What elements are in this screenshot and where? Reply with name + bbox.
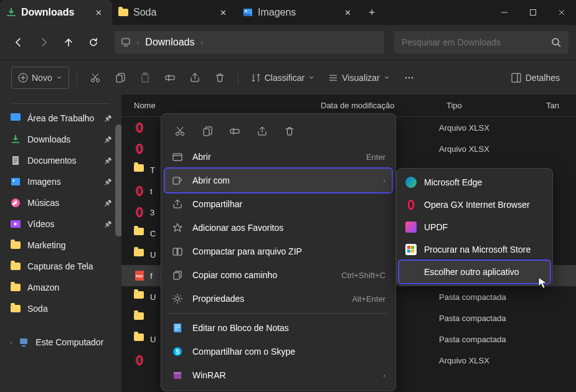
menu-item-share[interactable]: Compartilhar <box>165 192 392 216</box>
search-box[interactable] <box>394 31 569 54</box>
svg-point-35 <box>176 133 179 136</box>
close-icon[interactable]: ✕ <box>216 7 230 19</box>
breadcrumb[interactable]: › Downloads › <box>115 31 384 54</box>
open-icon <box>171 151 184 163</box>
sidebar-item-videos[interactable]: Vídeos <box>2 213 119 235</box>
svg-rect-39 <box>173 154 182 161</box>
up-button[interactable] <box>57 31 80 54</box>
screenshots-icon <box>10 261 21 272</box>
sort-button[interactable]: Classificar <box>246 67 320 89</box>
submenu-item-updf[interactable]: UPDF <box>399 216 550 238</box>
delete-button[interactable] <box>277 120 302 142</box>
refresh-button[interactable] <box>82 31 105 54</box>
svg-point-6 <box>91 78 94 82</box>
submenu-item-label: UPDF <box>424 222 448 232</box>
breadcrumb-item[interactable]: Downloads <box>145 37 194 48</box>
menu-item-notepad[interactable]: Editar no Bloco de Notas <box>165 316 392 340</box>
window-controls <box>490 0 576 25</box>
search-input[interactable] <box>402 37 551 47</box>
sidebar-item-label: Imagens <box>27 177 61 187</box>
pc-icon <box>18 337 29 348</box>
column-name[interactable]: Nome <box>121 101 321 110</box>
sidebar-item-label: Músicas <box>27 198 59 208</box>
svg-rect-38 <box>230 129 239 133</box>
more-button[interactable] <box>399 67 420 89</box>
tab-downloads[interactable]: Downloads ✕ <box>0 0 112 25</box>
svg-point-7 <box>96 78 99 82</box>
submenu-item-label: Opera GX Internet Browser <box>424 200 530 210</box>
details-button[interactable]: Detalhes <box>506 67 565 89</box>
sidebar-item-documents[interactable]: Documentos <box>2 150 119 171</box>
copy-button[interactable] <box>110 67 131 89</box>
shortcut-label: Enter <box>366 152 385 162</box>
copy-button[interactable] <box>195 120 220 142</box>
new-tab-button[interactable]: + <box>361 6 383 19</box>
svg-point-14 <box>412 77 413 78</box>
sidebar-item-desktop[interactable]: Área de Trabalho <box>2 108 119 129</box>
back-button[interactable] <box>7 31 30 54</box>
svg-point-33 <box>135 355 144 365</box>
menu-item-open[interactable]: AbrirEnter <box>165 145 392 169</box>
sidebar-item-screenshots[interactable]: Capturas de Tela <box>2 256 119 277</box>
submenu-item-store[interactable]: Procurar na Microsoft Store <box>399 238 550 261</box>
minimize-button[interactable] <box>490 0 519 25</box>
sidebar-item-computer[interactable]: › Este Computador <box>2 332 119 353</box>
paste-button[interactable] <box>135 67 156 89</box>
new-button[interactable]: Novo <box>11 67 69 89</box>
svg-point-43 <box>176 297 179 301</box>
chevron-right-icon: › <box>137 39 139 46</box>
tab-soda[interactable]: Soda ✕ <box>112 0 237 25</box>
forward-button[interactable] <box>32 31 55 54</box>
cut-button[interactable] <box>85 67 106 89</box>
submenu-item-edge[interactable]: Microsoft Edge <box>399 171 550 194</box>
sidebar-item-music[interactable]: Músicas <box>2 192 119 213</box>
menu-item-label: Copiar como caminho <box>192 270 277 280</box>
documents-icon <box>10 155 21 166</box>
desktop-icon <box>10 113 21 124</box>
menu-item-label: Abrir com <box>192 175 230 185</box>
sidebar-item-marketing[interactable]: Marketing <box>2 235 119 256</box>
folder-icon <box>134 228 145 239</box>
close-icon[interactable]: ✕ <box>92 7 106 19</box>
images-icon <box>243 7 253 17</box>
cut-button[interactable] <box>168 120 192 142</box>
view-button[interactable]: Visualizar <box>323 67 394 89</box>
column-type[interactable]: Tipo <box>439 101 539 110</box>
tab-imagens[interactable]: Imagens ✕ <box>237 0 361 25</box>
menu-item-skype[interactable]: SCompartilhar com o Skype <box>165 340 392 363</box>
menu-item-favorite[interactable]: Adicionar aos Favoritos <box>165 216 392 240</box>
downloads-icon <box>10 134 21 145</box>
sidebar-item-downloads[interactable]: Downloads <box>2 129 119 150</box>
submenu-item-choose[interactable]: Escolher outro aplicativo <box>399 261 550 283</box>
column-modified[interactable]: Data de modificação <box>321 101 439 110</box>
submenu-item-opera[interactable]: Opera GX Internet Browser <box>399 194 550 216</box>
share-button[interactable] <box>184 67 205 89</box>
svg-point-12 <box>405 77 407 78</box>
winrar-icon <box>171 369 184 381</box>
rename-button[interactable] <box>159 67 181 89</box>
context-menu-toolbar <box>165 118 392 145</box>
opera-icon <box>134 207 145 218</box>
close-icon[interactable]: ✕ <box>341 7 355 19</box>
svg-text:S: S <box>176 348 180 355</box>
close-button[interactable] <box>547 0 576 25</box>
menu-item-properties[interactable]: PropriedadesAlt+Enter <box>165 287 392 310</box>
favorite-icon <box>171 222 184 234</box>
open-with-submenu: Microsoft EdgeOpera GX Internet BrowserU… <box>396 168 553 286</box>
sidebar-item-soda[interactable]: Soda <box>2 298 119 319</box>
rename-button[interactable] <box>222 120 247 142</box>
menu-item-copy_path[interactable]: Copiar como caminhoCtrl+Shift+C <box>165 263 392 287</box>
sidebar-item-label: Vídeos <box>27 219 55 229</box>
share-button[interactable] <box>250 120 275 142</box>
sidebar-item-amazon[interactable]: Amazon <box>2 277 119 298</box>
column-size[interactable]: Tan <box>539 101 576 110</box>
maximize-button[interactable] <box>519 0 547 25</box>
menu-item-open_with[interactable]: Abrir com› <box>165 169 392 192</box>
svg-point-23 <box>135 123 144 133</box>
delete-button[interactable] <box>209 67 230 89</box>
properties-icon <box>171 292 184 305</box>
svg-rect-3 <box>122 39 130 44</box>
menu-item-winrar[interactable]: WinRAR› <box>165 363 392 387</box>
sidebar-item-images[interactable]: Imagens <box>2 171 119 192</box>
menu-item-zip[interactable]: Compactar para arquivo ZIP <box>165 240 392 263</box>
